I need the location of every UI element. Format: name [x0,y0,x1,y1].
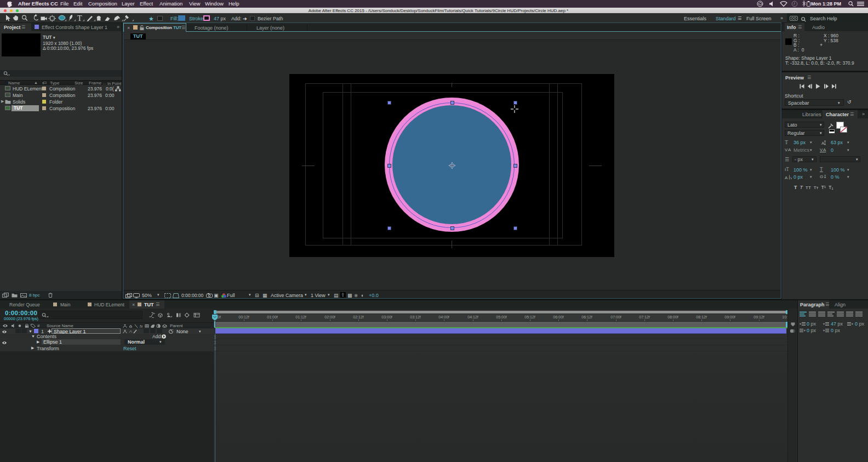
svg-text:T: T [77,14,82,22]
svg-text:V: V [790,176,792,180]
svg-text:A: A [785,175,788,180]
svg-text:A: A [821,141,825,145]
